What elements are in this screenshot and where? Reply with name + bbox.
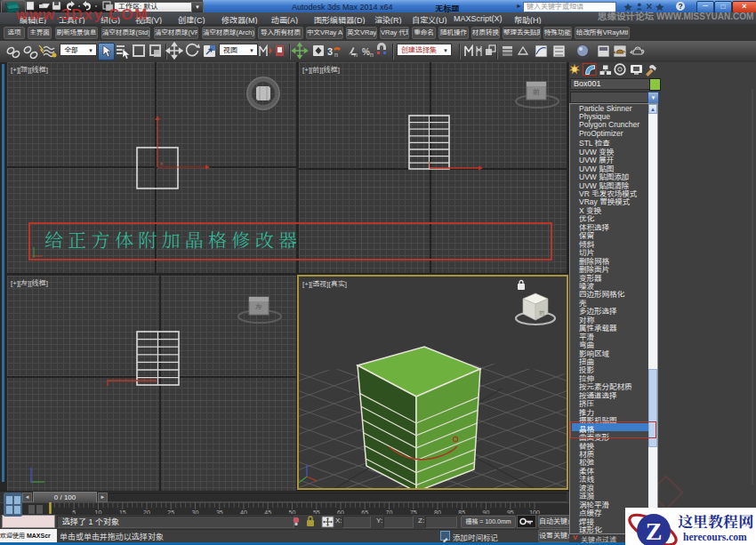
svg-text:Z: Z [646, 517, 663, 545]
svg-text:前: 前 [539, 309, 545, 317]
svg-text:herecours.com: herecours.com [683, 532, 747, 542]
svg-text:n: n [354, 52, 358, 58]
svg-text:3: 3 [327, 46, 333, 57]
svg-text:z: z [160, 161, 163, 166]
svg-text:%: % [362, 47, 370, 57]
svg-text:n: n [334, 52, 338, 58]
svg-text:这里教程网: 这里教程网 [678, 509, 753, 532]
svg-text:n: n [370, 52, 374, 58]
